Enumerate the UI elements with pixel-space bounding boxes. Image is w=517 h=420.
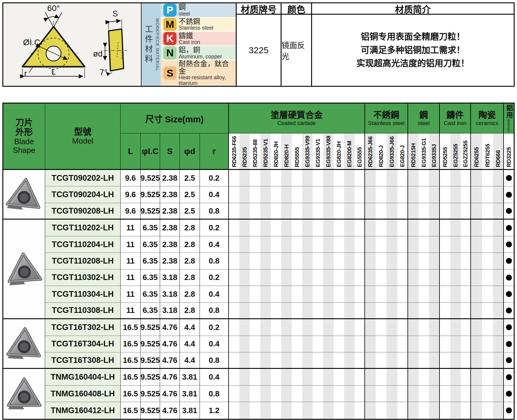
grade-cell [323,336,334,352]
grade-cell [355,270,365,286]
grade-cell [355,303,365,319]
grade-cell [292,220,302,236]
size-value-cell: 9.525 [141,336,160,352]
grade-cell [344,236,355,253]
grade-cell [482,369,493,385]
model-cell: TCGT110304-LH [45,286,121,302]
grade-cell [281,253,292,269]
grade-column-label-text: RD3225 [506,147,512,167]
grade-cell [482,319,493,336]
grade-cell [397,203,408,220]
thickness-label: S [112,9,118,18]
size-value: 2.8 [184,223,195,232]
size-value: 4.76 [162,406,177,415]
grade-column-label-text: RD5235 [241,147,248,167]
grade-cell [397,186,408,203]
material-row-s: S耐熱合金，鈦合金Heat-resistant alloy, titanium [161,60,236,86]
grade-cell [250,236,260,253]
size-value: 16.5 [123,323,138,332]
grade-cell [260,402,271,419]
grade-cell [260,220,271,236]
grade-cell [260,186,271,203]
grade-cell [440,203,450,220]
grade-cell [419,303,429,319]
grade-column-label: EGZZ5255 [461,133,471,170]
grade-column-label: RD820-JH [271,133,281,170]
model-value: TCGT16T308-LH [51,356,114,365]
size-value-cell: 0.4 [200,286,229,302]
material-name-en: Heat-resistant alloy, titanium [179,75,236,86]
grade-cell [260,203,271,220]
size-value: 3.18 [162,290,177,299]
grade-cell [461,386,471,402]
material-row-p: P鋼steel [161,3,236,18]
model-value: TCGT110208-LH [52,256,114,266]
availability-dot [506,391,512,397]
material-name-zh: 鋼 [179,4,190,11]
size-value-cell: 2.8 [180,220,200,236]
grade-cell [271,236,281,253]
size-value: 2.38 [162,223,177,232]
grade-cell [493,402,504,419]
grade-cell [397,270,408,286]
grade-column-label: EGZ5255 [450,133,461,170]
size-value-cell: 2.38 [160,220,180,236]
grade-cell [355,319,365,336]
grade-cell [429,369,440,385]
grade-cell [376,270,387,286]
grade-cell [408,369,419,385]
availability-dot [506,225,512,231]
grade-cell [292,170,302,186]
size-value: 2.8 [184,273,195,282]
model-value: TCGT110202-LH [52,223,114,232]
size-value: 16.5 [123,339,138,349]
grade-column-label-text: EG820-J [399,145,406,167]
size-value: 0.2 [209,223,219,232]
grade-cell [471,286,482,302]
model-value: TCGT090202-LH [51,174,114,183]
grade-cell [493,319,504,336]
size-col-label: r [212,147,216,156]
size-value-cell: 4.76 [160,369,180,385]
grade-cell [408,170,419,186]
grade-cell [397,336,408,352]
material-name-zh: 鋁，銅 [179,46,222,54]
grade-cell [281,303,292,319]
grade-cell [229,203,239,220]
size-value-cell: 0.8 [200,352,229,369]
size-value: 9.525 [141,206,160,216]
blade-shape-photo [3,170,45,220]
size-value: 9.525 [141,356,160,365]
grade-cell [376,402,387,419]
grade-cell [471,203,482,220]
grade-cell [302,319,313,336]
grade-column-label-text: EG9335-G1 [421,138,427,167]
size-value: 0.4 [209,339,219,349]
grade-cell [376,186,387,203]
size-value-cell: 9.525 [141,186,160,203]
grade-cell [429,203,440,220]
grade-cell [482,236,493,253]
grade-cell [313,352,323,369]
size-value-cell: 0.8 [200,386,229,402]
size-value: 0.2 [209,174,219,183]
grade-cell [260,286,271,302]
size-value-cell: 2.38 [160,170,180,186]
group-header-zh: 鋼 [418,110,430,120]
grade-cell [365,253,376,269]
availability-dot [506,407,512,413]
grade-cell [504,386,514,402]
angle-label: 60° [47,4,60,13]
grade-cell [504,186,514,203]
grade-cell [323,203,334,220]
size-value-cell: 4.76 [160,336,180,352]
grade-cell [387,220,397,236]
grade-cell [365,170,376,186]
group-header-zh: 鑄件 [444,110,466,120]
group-header-en: Stainless steel [368,120,405,126]
grade-cell [260,253,271,269]
grade-cell [292,352,302,369]
size-value: 3.81 [182,406,197,415]
grade-cell [365,270,376,286]
grade-cell [313,236,323,253]
